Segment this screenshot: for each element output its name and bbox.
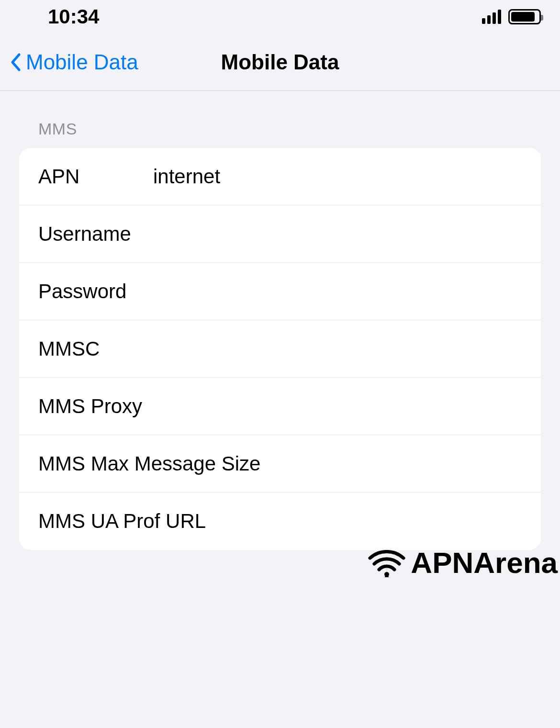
mms-ua-prof-label: MMS UA Prof URL [38, 510, 206, 533]
mms-max-size-input[interactable] [260, 452, 522, 475]
status-time: 10:34 [48, 5, 99, 28]
setting-row-apn[interactable]: APN [19, 148, 541, 205]
navigation-bar: Mobile Data Mobile Data [0, 34, 560, 91]
mmsc-input[interactable] [153, 337, 522, 360]
setting-row-mmsc[interactable]: MMSC [19, 320, 541, 378]
svg-point-1 [384, 572, 389, 577]
setting-row-mms-proxy[interactable]: MMS Proxy [19, 378, 541, 435]
cellular-signal-icon [482, 10, 501, 24]
apn-label: APN [38, 165, 153, 188]
setting-row-mms-ua-prof[interactable]: MMS UA Prof URL [19, 493, 541, 550]
setting-row-username[interactable]: Username [19, 205, 541, 263]
mms-ua-prof-input[interactable] [206, 510, 522, 533]
setting-row-mms-max-size[interactable]: MMS Max Message Size [19, 435, 541, 493]
mmsc-label: MMSC [38, 337, 153, 360]
password-label: Password [38, 280, 153, 303]
status-indicators [482, 9, 541, 24]
back-button[interactable]: Mobile Data [10, 50, 138, 74]
status-bar: 10:34 [0, 0, 560, 34]
mms-proxy-input[interactable] [142, 395, 522, 418]
watermark-logo: APNArena [368, 546, 558, 580]
mms-max-size-label: MMS Max Message Size [38, 452, 260, 475]
chevron-left-icon [10, 53, 21, 72]
apn-input[interactable] [153, 165, 522, 188]
setting-row-password[interactable]: Password [19, 263, 541, 320]
username-label: Username [38, 223, 153, 246]
battery-icon [508, 9, 541, 24]
wifi-icon [368, 549, 406, 577]
watermark-text: APNArena [411, 546, 558, 580]
mms-proxy-label: MMS Proxy [38, 395, 142, 418]
mms-settings-group: APN Username Password MMSC MMS Proxy MMS… [19, 148, 541, 550]
password-input[interactable] [153, 280, 522, 303]
username-input[interactable] [153, 223, 522, 246]
section-header-mms: MMS [19, 120, 541, 138]
back-label: Mobile Data [26, 50, 138, 74]
page-title: Mobile Data [221, 50, 339, 74]
